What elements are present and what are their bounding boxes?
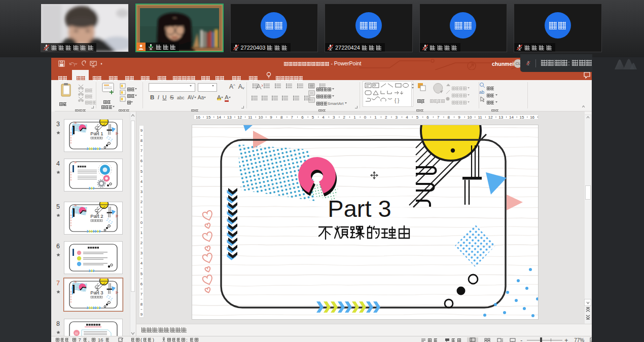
svg-text:4: 4	[140, 179, 143, 184]
svg-text:8: 8	[140, 302, 143, 307]
svg-text:3: 3	[140, 189, 143, 194]
svg-text:16: 16	[196, 115, 200, 120]
svg-text:1: 1	[140, 210, 143, 214]
svg-text:3: 3	[396, 115, 398, 120]
svg-text:4: 4	[140, 261, 143, 265]
svg-text:4: 4	[406, 115, 408, 120]
svg-text:10: 10	[468, 115, 472, 120]
svg-text:14: 14	[509, 115, 514, 120]
svg-text:8: 8	[140, 138, 143, 143]
svg-text:9: 9	[458, 115, 460, 120]
svg-text:6: 6	[426, 115, 429, 120]
svg-text:6: 6	[140, 282, 143, 286]
svg-text:8: 8	[448, 115, 450, 120]
svg-text:Part 3: Part 3	[90, 290, 103, 295]
svg-text:1: 1	[140, 231, 143, 235]
svg-text:9: 9	[270, 115, 272, 120]
svg-text:16: 16	[530, 115, 534, 120]
svg-text:1: 1	[353, 115, 356, 120]
svg-text:Part 2: Part 2	[90, 213, 103, 219]
svg-text:7: 7	[291, 115, 294, 120]
svg-text:10: 10	[259, 115, 263, 120]
svg-text:0: 0	[140, 220, 143, 225]
svg-text:7: 7	[140, 292, 143, 296]
svg-text:5: 5	[140, 272, 143, 276]
svg-text:2: 2	[385, 115, 387, 120]
svg-text:7: 7	[140, 148, 143, 153]
svg-text:0: 0	[364, 115, 367, 120]
svg-text:11: 11	[478, 115, 482, 120]
svg-text:6: 6	[140, 159, 143, 163]
svg-text:8: 8	[280, 115, 283, 120]
svg-text:15: 15	[520, 115, 524, 120]
svg-text:Part 1: Part 1	[90, 131, 103, 136]
svg-text:9: 9	[140, 128, 143, 133]
svg-text:01: 01	[75, 332, 78, 335]
svg-text:9: 9	[140, 312, 143, 317]
svg-text:12: 12	[237, 115, 242, 120]
svg-text:14: 14	[217, 115, 221, 120]
svg-text:2: 2	[140, 200, 143, 204]
svg-text:15: 15	[206, 115, 211, 120]
svg-text:2: 2	[343, 115, 346, 120]
svg-text:2: 2	[140, 241, 143, 245]
svg-text:7: 7	[437, 115, 440, 120]
svg-text:5: 5	[416, 115, 419, 120]
svg-text:5: 5	[312, 115, 314, 120]
svg-text:Part 3: Part 3	[328, 195, 391, 222]
svg-text:5: 5	[140, 169, 143, 174]
svg-text:3: 3	[140, 251, 143, 255]
svg-text:1: 1	[374, 115, 377, 120]
svg-text:13: 13	[498, 115, 503, 120]
svg-text:4: 4	[322, 115, 325, 120]
svg-text:6: 6	[301, 115, 304, 120]
svg-text:11: 11	[248, 115, 253, 120]
svg-text:13: 13	[227, 115, 232, 120]
svg-text:12: 12	[488, 115, 493, 120]
svg-text:3: 3	[333, 115, 335, 120]
